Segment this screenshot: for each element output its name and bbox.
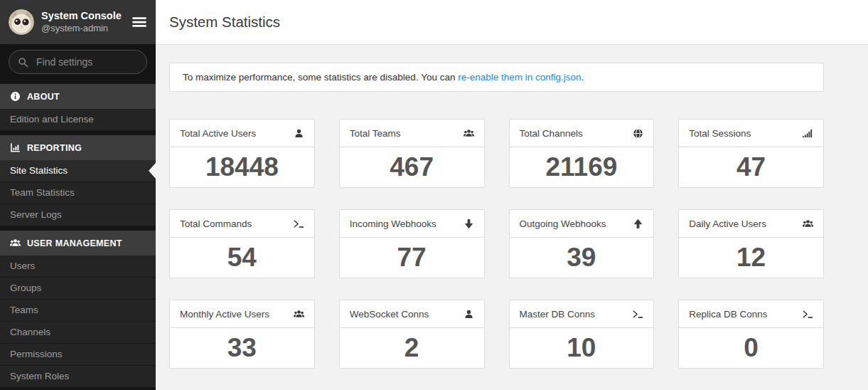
page-title: System Statistics bbox=[169, 14, 280, 31]
search-band bbox=[0, 44, 156, 80]
stat-card-header: Monthly Active Users bbox=[170, 300, 314, 328]
sidebar-section-header: REPORTING bbox=[0, 135, 156, 160]
search-input[interactable] bbox=[35, 56, 138, 68]
banner-text: To maximize performance, some statistics… bbox=[183, 72, 458, 83]
stat-card-header: Total Active Users bbox=[170, 120, 314, 147]
console-title: System Console bbox=[41, 9, 122, 22]
stat-card-incoming-webhooks: Incoming Webhooks 77 bbox=[339, 209, 485, 278]
config-json-link[interactable]: re-enable them in config.json bbox=[458, 72, 581, 83]
sidebar-item-server-logs[interactable]: Server Logs bbox=[0, 204, 156, 226]
stat-card-value: 12 bbox=[679, 238, 823, 278]
sidebar-item-label: Groups bbox=[10, 283, 41, 293]
sidebar-item-teams[interactable]: Teams bbox=[0, 300, 156, 322]
banner-text-end: . bbox=[582, 72, 584, 83]
bar-chart-icon bbox=[10, 142, 21, 153]
stat-card-header: Replica DB Conns bbox=[679, 300, 823, 328]
globe-icon bbox=[633, 128, 643, 139]
user-group-icon bbox=[803, 218, 813, 229]
sidebar-item-label: Channels bbox=[10, 327, 50, 337]
stat-card-total-sessions: Total Sessions 47 bbox=[678, 119, 824, 188]
stat-card-value: 47 bbox=[679, 147, 823, 187]
sidebar-item-label: Permissions bbox=[10, 349, 63, 359]
stat-card-label: Total Commands bbox=[180, 218, 252, 229]
sidebar-item-label: System Roles bbox=[10, 371, 69, 381]
user-group-icon bbox=[294, 309, 304, 320]
stat-card-header: Daily Active Users bbox=[679, 210, 823, 238]
stat-card-label: WebSocket Conns bbox=[350, 309, 429, 320]
sidebar-item-label: Site Statistics bbox=[10, 165, 68, 176]
active-item-pointer-icon bbox=[149, 163, 156, 179]
sidebar-section-label: REPORTING bbox=[27, 143, 82, 153]
sidebar-item-channels[interactable]: Channels bbox=[0, 322, 156, 344]
sidebar-item-system-roles[interactable]: System Roles bbox=[0, 366, 156, 388]
performance-banner: To maximize performance, some statistics… bbox=[169, 63, 824, 92]
sidebar-item-users[interactable]: Users bbox=[0, 255, 156, 278]
stat-card-label: Monthly Active Users bbox=[180, 309, 269, 320]
stat-card-replica-db-conns: Replica DB Conns 0 bbox=[678, 300, 824, 369]
user-group-icon bbox=[10, 238, 21, 248]
content-area: To maximize performance, some statistics… bbox=[156, 45, 868, 369]
user-icon bbox=[294, 128, 304, 139]
user-group-icon bbox=[464, 128, 474, 139]
stat-card-value: 467 bbox=[340, 147, 484, 187]
stat-card-total-active-users: Total Active Users 18448 bbox=[169, 119, 315, 188]
admin-username: @system-admin bbox=[41, 23, 122, 34]
sidebar-section-label: USER MANAGEMENT bbox=[27, 238, 122, 248]
stat-card-header: Outgoing Webhooks bbox=[510, 210, 654, 238]
sidebar-item-label: Users bbox=[10, 260, 35, 271]
stat-card-header: Total Sessions bbox=[679, 120, 823, 147]
sidebar-item-label: Edition and License bbox=[10, 114, 94, 125]
sidebar-section-label: ABOUT bbox=[27, 92, 60, 102]
stat-card-value: 0 bbox=[679, 328, 823, 368]
page-header: System Statistics bbox=[156, 0, 868, 45]
stat-card-header: Total Commands bbox=[170, 210, 314, 238]
stat-card-header: Total Teams bbox=[340, 120, 484, 147]
sidebar-section-items: Edition and License bbox=[0, 109, 156, 131]
sidebar-section-about: ABOUT Edition and License bbox=[0, 84, 156, 131]
stat-card-label: Outgoing Webhooks bbox=[520, 218, 606, 229]
stat-card-master-db-conns: Master DB Conns 10 bbox=[509, 300, 655, 369]
stat-card-header: Incoming Webhooks bbox=[340, 210, 484, 238]
stat-card-total-teams: Total Teams 467 bbox=[339, 119, 485, 188]
sidebar-nav: ABOUT Edition and License REPORTING Site… bbox=[0, 80, 156, 390]
sidebar-header: System Console @system-admin bbox=[0, 0, 156, 44]
stat-card-total-commands: Total Commands 54 bbox=[169, 209, 315, 278]
sidebar-section-header: ABOUT bbox=[0, 84, 156, 109]
stat-card-header: Master DB Conns bbox=[510, 300, 654, 328]
stat-card-label: Replica DB Conns bbox=[689, 309, 767, 320]
terminal-icon bbox=[803, 309, 813, 320]
sidebar-item-permissions[interactable]: Permissions bbox=[0, 344, 156, 366]
sidebar-item-site-statistics[interactable]: Site Statistics bbox=[0, 160, 156, 182]
stat-card-label: Total Active Users bbox=[180, 128, 256, 139]
arrow-down-icon bbox=[464, 218, 474, 229]
stat-card-header: Total Channels bbox=[510, 120, 654, 147]
sidebar-section-user-management: USER MANAGEMENT Users Groups Teams Chann… bbox=[0, 231, 156, 388]
sidebar-section-items: Site Statistics Team Statistics Server L… bbox=[0, 160, 156, 226]
sidebar-header-text: System Console @system-admin bbox=[41, 9, 122, 34]
stat-card-value: 18448 bbox=[170, 147, 314, 187]
system-console-app: System Console @system-admin ABOUT Editi… bbox=[0, 0, 868, 390]
sidebar-item-label: Server Logs bbox=[10, 209, 62, 220]
stat-card-label: Daily Active Users bbox=[689, 218, 766, 229]
stat-card-total-channels: Total Channels 21169 bbox=[509, 119, 655, 188]
search-icon bbox=[18, 57, 28, 68]
terminal-icon bbox=[633, 309, 643, 320]
stat-card-label: Incoming Webhooks bbox=[350, 218, 436, 229]
stat-card-value: 2 bbox=[340, 328, 484, 368]
sidebar-item-team-statistics[interactable]: Team Statistics bbox=[0, 182, 156, 204]
stat-card-outgoing-webhooks: Outgoing Webhooks 39 bbox=[509, 209, 655, 278]
sidebar-section-header: USER MANAGEMENT bbox=[0, 231, 156, 255]
sidebar-item-label: Teams bbox=[10, 305, 38, 315]
stat-card-label: Total Teams bbox=[350, 128, 401, 139]
stat-card-value: 33 bbox=[170, 328, 314, 368]
main-panel: System Statistics To maximize performanc… bbox=[156, 0, 868, 390]
sidebar-item-edition-and-license[interactable]: Edition and License bbox=[0, 109, 156, 131]
settings-search-box[interactable] bbox=[9, 50, 147, 74]
menu-icon[interactable] bbox=[132, 14, 147, 30]
info-icon bbox=[10, 91, 21, 102]
sidebar-section-reporting: REPORTING Site Statistics Team Statistic… bbox=[0, 135, 156, 226]
stat-card-value: 21169 bbox=[510, 147, 654, 187]
stat-card-websocket-conns: WebSocket Conns 2 bbox=[339, 300, 485, 369]
user-icon bbox=[464, 309, 474, 320]
sidebar-item-groups[interactable]: Groups bbox=[0, 278, 156, 300]
